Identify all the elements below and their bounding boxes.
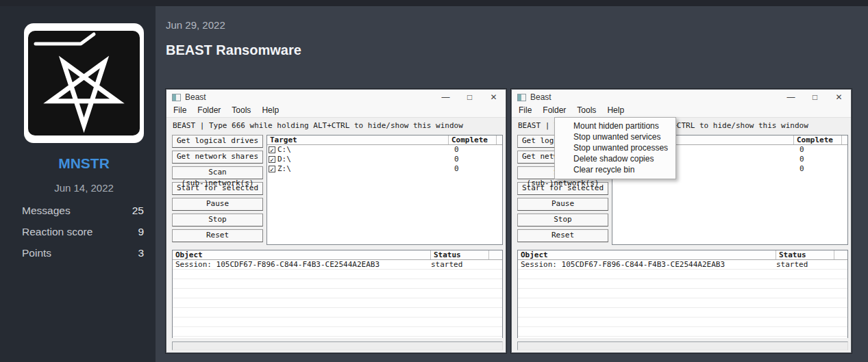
reset-button[interactable]: Reset: [517, 229, 608, 242]
complete-value: 0: [454, 155, 459, 164]
username-link[interactable]: MNSTR: [24, 155, 144, 172]
stop-button[interactable]: Stop: [172, 214, 263, 227]
user-sidebar: MNSTR Jun 14, 2022 Messages 25 Reaction …: [0, 6, 156, 362]
menu-folder[interactable]: Folder: [537, 105, 571, 117]
column-complete[interactable]: Complete: [449, 135, 497, 144]
column-target[interactable]: Target: [267, 135, 449, 144]
menu-help[interactable]: Help: [256, 105, 284, 117]
minimize-button[interactable]: —: [779, 90, 803, 105]
folder-pentagram-icon: [28, 27, 140, 139]
beast-window-2: Beast — □ ✕ File Folder Tools Help BEAST…: [511, 89, 852, 353]
titlebar[interactable]: Beast — □ ✕: [166, 90, 506, 105]
stat-value: 3: [138, 247, 144, 259]
session-row[interactable]: Session: 105CDF67-F896-C844-F4B3-CE2544A…: [173, 260, 502, 270]
app-icon: [517, 94, 526, 101]
object-list: Object Status Session: 105CDF67-F896-C84…: [172, 250, 503, 338]
menu-item-delete-shadow-copies[interactable]: Delete shadow copies: [555, 153, 675, 164]
menu-file[interactable]: File: [168, 105, 192, 117]
join-date: Jun 14, 2022: [24, 182, 144, 194]
object-rows: Session: 105CDF67-F896-C844-F4B3-CE2544A…: [173, 260, 502, 338]
window-controls: — □ ✕: [434, 90, 506, 105]
stat-value: 9: [138, 226, 144, 238]
stat-label: Messages: [22, 205, 71, 217]
column-status[interactable]: Status: [431, 250, 489, 259]
user-stats: Messages 25 Reaction score 9 Points 3: [22, 205, 144, 268]
window-title: Beast: [185, 92, 206, 102]
menu-tools[interactable]: Tools: [226, 105, 256, 117]
start-for-selected-button[interactable]: Start for selected: [172, 182, 263, 195]
column-object[interactable]: Object: [173, 250, 431, 259]
menubar: File Folder Tools Help: [166, 105, 506, 118]
scan-subnetworks-button[interactable]: Scan (sub-)network(s): [172, 166, 263, 179]
stat-label: Points: [22, 247, 51, 259]
drive-label: C:\: [277, 145, 291, 155]
post-date: Jun 29, 2022: [166, 19, 225, 31]
action-buttons: Get logical drives Get network shares Sc…: [172, 135, 263, 245]
user-avatar[interactable]: [24, 23, 144, 143]
get-logical-drives-button[interactable]: Get logical drives: [172, 135, 263, 148]
top-strip: [0, 0, 868, 6]
target-rows: ✓ C:\ 0 ✓ D:\ 0 ✓ Z:\ 0: [267, 145, 502, 174]
column-spacer: [489, 250, 502, 259]
column-complete[interactable]: Complete: [794, 135, 842, 144]
stop-button[interactable]: Stop: [517, 214, 608, 227]
stat-value: 25: [132, 205, 144, 217]
banner-text: BEAST | Type 666 while holding ALT+CTRL …: [173, 121, 463, 130]
drive-label: D:\: [277, 155, 291, 164]
column-object[interactable]: Object: [518, 250, 776, 259]
complete-value: 0: [799, 155, 804, 164]
session-object: Session: 105CDF67-F896-C844-F4B3-CE2544A…: [173, 260, 428, 270]
session-row[interactable]: Session: 105CDF67-F896-C844-F4B3-CE2544A…: [518, 260, 847, 270]
target-list: Target Complete ✓ C:\ 0 ✓ D:\ 0 ✓ Z:\: [266, 135, 503, 245]
beast-window-1: Beast — □ ✕ File Folder Tools Help BEAST…: [166, 89, 506, 353]
menu-item-clear-recycle-bin[interactable]: Clear recycle bin: [555, 164, 675, 175]
object-list-header: Object Status: [173, 250, 502, 260]
close-button[interactable]: ✕: [482, 90, 506, 105]
checkbox-checked-icon[interactable]: ✓: [269, 156, 275, 163]
object-list: Object Status Session: 105CDF67-F896-C84…: [517, 250, 848, 338]
forum-post-page: MNSTR Jun 14, 2022 Messages 25 Reaction …: [0, 0, 868, 362]
column-spacer: [834, 250, 847, 259]
checkbox-checked-icon[interactable]: ✓: [269, 146, 275, 153]
app-icon: [172, 94, 181, 101]
menu-folder[interactable]: Folder: [192, 105, 226, 117]
progress-bar: [172, 341, 503, 350]
menu-tools[interactable]: Tools: [571, 105, 602, 117]
start-for-selected-button[interactable]: Start for selected: [517, 182, 608, 195]
target-row[interactable]: ✓ D:\ 0: [267, 155, 502, 164]
column-spacer: [497, 135, 502, 144]
close-button[interactable]: ✕: [827, 90, 851, 105]
complete-value: 0: [799, 164, 804, 174]
get-network-shares-button[interactable]: Get network shares: [172, 151, 263, 164]
post-title: BEAST Ransomware: [166, 42, 301, 58]
reset-button[interactable]: Reset: [172, 229, 263, 242]
object-rows: Session: 105CDF67-F896-C844-F4B3-CE2544A…: [518, 260, 847, 338]
session-status: started: [428, 260, 462, 270]
menu-item-stop-unwanted-processes[interactable]: Stop unwanted processes: [555, 142, 675, 153]
menu-file[interactable]: File: [513, 105, 537, 117]
maximize-button[interactable]: □: [803, 90, 827, 105]
menu-help[interactable]: Help: [602, 105, 630, 117]
drive-label: Z:\: [277, 164, 291, 174]
stat-label: Reaction score: [22, 226, 92, 238]
titlebar[interactable]: Beast — □ ✕: [512, 90, 851, 105]
pause-button[interactable]: Pause: [517, 198, 608, 211]
target-row[interactable]: ✓ Z:\ 0: [267, 164, 502, 174]
column-status[interactable]: Status: [776, 250, 834, 259]
complete-value: 0: [799, 145, 804, 155]
window-title: Beast: [530, 92, 551, 102]
tools-dropdown-menu: Mount hidden partitions Stop unwanted se…: [554, 117, 676, 179]
stat-row-points: Points 3: [22, 247, 144, 259]
complete-value: 0: [454, 164, 459, 174]
checkbox-checked-icon[interactable]: ✓: [269, 166, 275, 172]
progress-bar: [517, 341, 848, 350]
minimize-button[interactable]: —: [434, 90, 458, 105]
menu-item-stop-unwanted-services[interactable]: Stop unwanted services: [555, 131, 675, 142]
column-spacer: [842, 135, 847, 144]
menu-item-mount-hidden-partitions[interactable]: Mount hidden partitions: [555, 120, 675, 131]
stat-row-messages: Messages 25: [22, 205, 144, 217]
window-controls: — □ ✕: [779, 90, 851, 105]
maximize-button[interactable]: □: [458, 90, 482, 105]
pause-button[interactable]: Pause: [172, 198, 263, 211]
target-row[interactable]: ✓ C:\ 0: [267, 145, 502, 155]
